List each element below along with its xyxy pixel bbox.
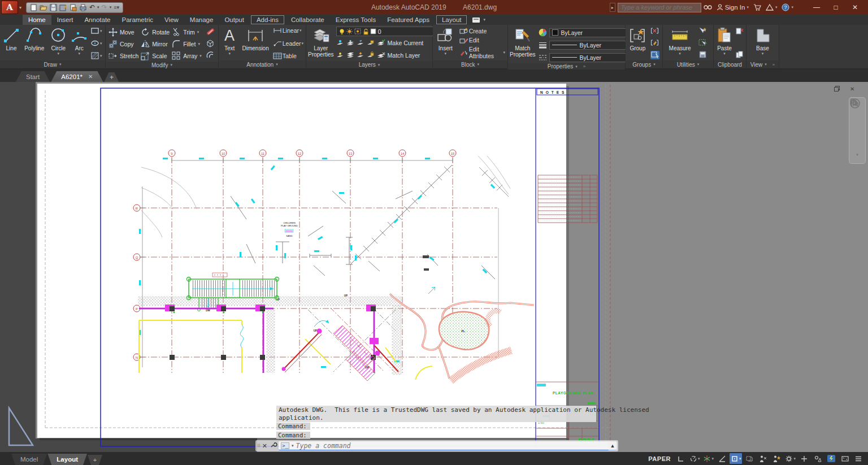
tab-home[interactable]: Home bbox=[23, 15, 51, 25]
paper-space-toggle[interactable]: PAPER bbox=[645, 455, 674, 462]
trim-tool[interactable]: Trim▾ bbox=[171, 26, 203, 38]
copy-clip-icon[interactable] bbox=[736, 51, 744, 59]
save-as-icon[interactable] bbox=[59, 4, 67, 11]
quick-select-icon[interactable] bbox=[698, 27, 707, 36]
group-selection-toggle-icon[interactable] bbox=[650, 51, 659, 59]
rectangle-tool[interactable]: ▾ bbox=[91, 27, 102, 34]
open-file-icon[interactable] bbox=[40, 4, 47, 11]
redo-icon[interactable]: ↷ bbox=[102, 3, 107, 11]
leader-tool[interactable]: Leader▾ bbox=[273, 40, 303, 47]
app-menu-button[interactable]: A bbox=[1, 1, 18, 14]
ellipse-tool[interactable]: ▾ bbox=[91, 40, 102, 47]
select-similar-icon[interactable] bbox=[698, 39, 707, 47]
tab-featured-apps[interactable]: Featured Apps bbox=[381, 15, 435, 25]
layer-lock-icon[interactable] bbox=[367, 40, 375, 46]
layer-merge-icon[interactable] bbox=[346, 52, 354, 59]
customization-menu[interactable] bbox=[852, 453, 865, 464]
app-store-cart-icon[interactable] bbox=[753, 4, 761, 11]
make-current-label[interactable]: Make Current bbox=[388, 40, 424, 46]
3d-object-snap-toggle[interactable] bbox=[743, 453, 756, 464]
ribbon-display-caret-icon[interactable]: ▾ bbox=[483, 18, 485, 22]
isolate-objects-toggle[interactable] bbox=[811, 453, 824, 464]
ribbon-display-toggle[interactable]: ▾ bbox=[472, 15, 485, 25]
draw-panel-label[interactable]: Draw▾ bbox=[0, 60, 105, 68]
object-color-select[interactable]: ByLayer▾ bbox=[549, 28, 635, 37]
sign-in-caret-icon[interactable]: ▾ bbox=[747, 5, 749, 10]
tab-parametric[interactable]: Parametric bbox=[116, 15, 159, 25]
drawing-canvas[interactable]: NOTES PLAYGROUND PLAN 1:50 6201 9 bbox=[0, 82, 868, 452]
edit-attributes-caret-icon[interactable]: ▾ bbox=[503, 50, 505, 55]
line-tool[interactable]: Line bbox=[2, 26, 21, 60]
ellipse-caret-icon[interactable]: ▾ bbox=[100, 41, 102, 46]
command-close-icon[interactable]: ✕ bbox=[262, 442, 267, 450]
doc-close-icon[interactable]: ✕ bbox=[850, 86, 854, 92]
object-snap-toggle[interactable]: ▾ bbox=[730, 453, 743, 464]
base-tool[interactable]: Base ▾ bbox=[752, 26, 774, 60]
properties-panel-label[interactable]: Properties▾» bbox=[508, 63, 625, 69]
help-icon[interactable]: ?▾ bbox=[782, 3, 793, 11]
erase-tool[interactable] bbox=[206, 27, 215, 37]
search-icon[interactable] bbox=[704, 4, 712, 11]
layers-panel-label[interactable]: Layers▾ bbox=[306, 61, 432, 68]
layout-tab[interactable]: Layout bbox=[47, 454, 87, 465]
edit-attributes-tool[interactable]: Edit Attributes▾ bbox=[459, 46, 505, 59]
lineweight-select[interactable]: ByLayer▾ bbox=[549, 41, 635, 50]
maximize-button[interactable]: □ bbox=[826, 1, 845, 14]
lineweight-icon[interactable] bbox=[539, 41, 547, 49]
layer-unlock2-icon[interactable] bbox=[367, 52, 375, 59]
layer-on2-icon[interactable] bbox=[336, 52, 344, 59]
help-caret-icon[interactable]: ▾ bbox=[791, 5, 793, 10]
cut-icon[interactable] bbox=[736, 27, 744, 36]
object-snap-tracking-toggle[interactable] bbox=[716, 453, 728, 464]
base-caret-icon[interactable]: ▾ bbox=[762, 51, 764, 56]
tab-add-ins[interactable]: Add-ins bbox=[251, 15, 284, 24]
layer-thaw2-icon[interactable] bbox=[357, 52, 364, 59]
match-layer-label[interactable]: Match Layer bbox=[388, 52, 420, 59]
trim-caret-icon[interactable]: ▾ bbox=[197, 30, 199, 34]
match-properties-tool[interactable]: MatchProperties bbox=[510, 26, 536, 63]
annotation-visibility-toggle[interactable] bbox=[757, 453, 769, 464]
hatch-tool[interactable]: ▾ bbox=[91, 52, 102, 59]
leader-caret-icon[interactable]: ▾ bbox=[301, 41, 303, 46]
tab-insert[interactable]: Insert bbox=[51, 15, 79, 25]
rectangle-caret-icon[interactable]: ▾ bbox=[100, 29, 102, 33]
polar-tracking-toggle[interactable]: ▾ bbox=[688, 453, 701, 464]
command-input[interactable] bbox=[296, 442, 614, 450]
file-tab-start[interactable]: Start bbox=[16, 71, 50, 82]
explode-tool[interactable] bbox=[206, 39, 215, 49]
circle-caret-icon[interactable]: ▾ bbox=[58, 51, 60, 56]
rotate-tool[interactable]: Rotate bbox=[140, 26, 171, 38]
match-layer-icon[interactable] bbox=[377, 52, 385, 59]
tab-layout[interactable]: Layout bbox=[436, 15, 467, 24]
text-caret-icon[interactable]: ▾ bbox=[228, 51, 231, 56]
paste-tool[interactable]: Paste ▾ bbox=[715, 26, 734, 60]
copy-tool[interactable]: Copy bbox=[107, 38, 140, 50]
annotation-panel-label[interactable]: Annotation▾ bbox=[219, 60, 306, 68]
offset-tool[interactable] bbox=[206, 51, 215, 60]
layer-freeze-icon[interactable] bbox=[346, 40, 354, 46]
linear-caret-icon[interactable]: ▾ bbox=[300, 28, 302, 33]
redo-caret-icon[interactable]: ▾ bbox=[110, 5, 112, 10]
tab-annotate[interactable]: Annotate bbox=[79, 15, 116, 25]
search-input[interactable] bbox=[618, 3, 701, 12]
make-current-icon[interactable] bbox=[377, 40, 385, 46]
sign-in-button[interactable]: Sign In ▾ bbox=[717, 4, 749, 11]
layer-dropdown[interactable]: 0 ▾ bbox=[336, 27, 447, 36]
group-tool[interactable]: Group bbox=[627, 26, 648, 60]
mirror-tool[interactable]: Mirror bbox=[140, 38, 171, 50]
clean-screen-toggle[interactable] bbox=[839, 453, 851, 464]
edit-block-tool[interactable]: Edit bbox=[459, 37, 479, 44]
arc-caret-icon[interactable]: ▾ bbox=[79, 51, 81, 56]
modify-panel-label[interactable]: Modify▾ bbox=[106, 62, 218, 68]
groups-panel-label[interactable]: Groups▾ bbox=[626, 60, 662, 68]
fillet-tool[interactable]: Fillet▾ bbox=[171, 38, 203, 50]
a360-icon[interactable]: ▾ bbox=[766, 4, 778, 11]
command-customize-wrench-icon[interactable] bbox=[270, 442, 276, 450]
array-caret-icon[interactable]: ▾ bbox=[199, 54, 202, 58]
linear-dimension-tool[interactable]: Linear▾ bbox=[273, 27, 302, 34]
tab-manage[interactable]: Manage bbox=[184, 15, 219, 25]
command-input-field[interactable]: >_ ▾ bbox=[279, 441, 617, 450]
close-drawing-tab-icon[interactable]: ✕ bbox=[88, 73, 93, 80]
close-button[interactable]: ✕ bbox=[845, 1, 865, 14]
undo-caret-icon[interactable]: ▾ bbox=[97, 5, 99, 10]
